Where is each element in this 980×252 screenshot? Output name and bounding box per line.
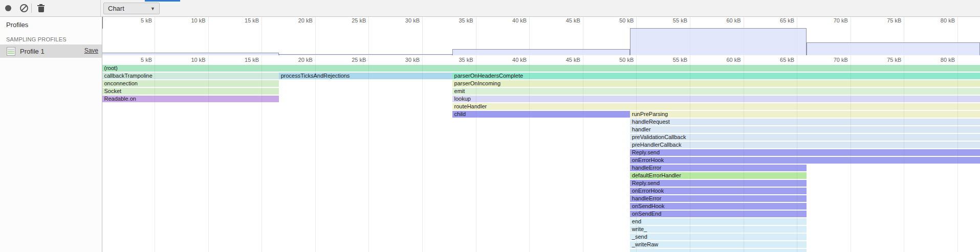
toolbar-separator [31,4,32,13]
tick-label: 40 kB [499,17,527,24]
tick-label: 50 kB [606,17,634,24]
gridline [208,55,209,252]
flame-frame[interactable]: Reply.send [630,149,980,156]
gridline [368,17,369,55]
heap-profile-icon [7,47,15,56]
flame-frame[interactable]: emit [452,88,980,95]
view-mode-value: Chart [108,5,124,12]
gridline [851,55,851,252]
toolbar: Chart ▼ [0,0,980,17]
flame-frame[interactable]: runPreParsing [630,111,980,118]
flame-frame[interactable]: onSendEnd [630,211,807,217]
flame-frame[interactable]: write_ [630,226,807,233]
clear-all-button[interactable] [20,0,28,16]
tick-label: 80 kB [927,57,955,63]
overview-step [452,49,630,55]
flame-frame[interactable]: end [630,218,807,225]
record-button[interactable] [4,0,12,16]
flame-frame[interactable]: onconnection [102,80,278,87]
tick-label: 10 kB [178,17,206,24]
flame-frame[interactable]: routeHandler [452,103,980,110]
tick-label: 25 kB [338,17,366,24]
flame-frame[interactable]: parserOnIncoming [452,80,980,87]
flame-frame[interactable]: processTicksAndRejections [279,73,452,79]
record-icon [5,5,11,11]
gridline [262,55,262,252]
tick-label: 10 kB [178,57,206,63]
gridline [744,55,744,252]
gridline [690,55,690,252]
flame-frame[interactable]: (root) [102,65,979,72]
gridline [797,55,797,252]
flame-frame[interactable]: handleError [630,195,807,202]
gridline [529,55,530,252]
gridline [422,17,423,55]
tick-label: 5 kB [124,17,152,24]
overview-step [807,42,980,55]
tick-label: 45 kB [553,57,580,63]
gridline [262,17,262,55]
flame-frame[interactable]: preHandlerCallback [630,142,980,148]
save-profile-link[interactable]: Save [84,47,98,54]
overview-step [279,54,452,55]
toolbar-divider [100,0,101,16]
flame-frame[interactable]: defaultErrorHandler [630,172,807,179]
flame-frame[interactable]: parserOnHeadersComplete [452,73,980,79]
flame-frame[interactable]: lookup [452,96,980,102]
tick-label: 65 kB [767,17,794,24]
overview-step [102,53,278,55]
tick-label: 75 kB [874,57,901,63]
flame-frame[interactable]: Readable.on [102,96,278,102]
active-tab-indicator [145,0,180,2]
overview-step [630,28,807,55]
profile-name: Profile 1 [20,48,45,55]
tick-label: 65 kB [767,57,794,63]
sampling-profiles-heading: SAMPLING PROFILES [6,36,67,42]
tick-label: 70 kB [820,17,848,24]
flame-frame[interactable]: Reply.send [630,180,807,187]
flame-frame[interactable]: handleRequest [630,119,980,125]
gridline [636,55,637,252]
tick-label: 40 kB [499,57,527,63]
flame-frame[interactable] [630,249,807,252]
flame-frame[interactable]: callbackTrampoline [102,73,278,79]
gridline [315,55,316,252]
flame-frame[interactable]: Socket [102,88,278,95]
tick-label: 70 kB [820,57,848,63]
flame-frame[interactable]: _writeRaw [630,241,807,248]
flame-frame[interactable]: onErrorHook [630,157,980,164]
flame-frame[interactable]: handleError [630,165,807,171]
flame-frame[interactable]: handler [630,126,980,133]
tick-label: 75 kB [874,17,901,24]
flame-frame[interactable]: onErrorHook [630,188,807,194]
gridline [315,17,316,55]
gridline [957,55,958,252]
gridline [368,55,369,252]
flame-frame[interactable]: child [452,111,630,118]
flame-frame[interactable]: _send [630,234,807,240]
gridline [904,55,904,252]
flame-frame[interactable]: onSendHook [630,203,807,210]
tick-label: 60 kB [713,57,741,63]
flame-frame[interactable]: preValidationCallback [630,134,980,141]
tick-label: 5 kB [124,57,152,63]
profiles-sidebar: Profiles SAMPLING PROFILES Profile 1 Sav… [0,17,102,252]
profile-list-item[interactable]: Profile 1 Save [0,44,102,58]
tick-label: 35 kB [446,57,473,63]
gridline [155,17,155,55]
tick-label: 55 kB [660,17,687,24]
tick-label: 45 kB [553,17,580,24]
tick-label: 30 kB [392,17,420,24]
gridline [583,55,583,252]
tick-label: 15 kB [231,57,259,63]
gridline [476,55,476,252]
tick-label: 80 kB [927,17,955,24]
view-mode-select[interactable]: Chart ▼ [103,3,160,14]
sidebar-title: Profiles [6,21,28,29]
delete-profile-button[interactable] [37,0,45,16]
tick-label: 50 kB [606,57,634,63]
tick-label: 20 kB [285,17,313,24]
gridline [155,55,155,252]
tick-label: 30 kB [392,57,420,63]
tick-label: 60 kB [713,17,741,24]
